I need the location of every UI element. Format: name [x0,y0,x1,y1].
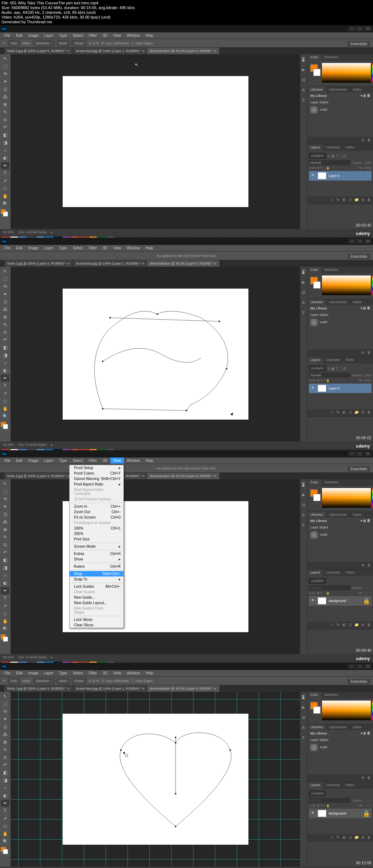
properties-icon[interactable]: ⊟ [301,78,306,83]
zoom-level[interactable]: 33.33% [3,230,14,234]
brush-tool[interactable]: ✎ [1,108,9,116]
make-mask[interactable]: Mask [57,40,70,46]
workspace-switcher[interactable]: Essentials [348,41,370,47]
type-tool[interactable]: T [1,170,9,177]
workspace-switcher[interactable]: Essentials [348,254,370,259]
menu-layer[interactable]: Layer [41,245,56,251]
adjustments-tab[interactable]: Adjustments [326,87,350,92]
view-menu-100-[interactable]: 100%Ctrl+1 [70,526,123,531]
view-menu-new-guide-layout-[interactable]: New Guide Layout... [70,600,123,606]
dodge-tool[interactable]: ◐ [1,154,9,162]
view-menu-print-size[interactable]: Print Size [70,536,123,542]
close-button[interactable]: ✕ [364,26,372,31]
layer-0[interactable]: 👁 Layer 0 [309,171,372,181]
menu-select[interactable]: Select [70,245,86,251]
pen-tool[interactable]: ✒ [1,374,9,382]
menu-file[interactable]: File [1,245,13,251]
view-menu-fit-on-screen[interactable]: Fit on ScreenCtrl+0 [70,515,123,520]
canvas-area[interactable]: ↖ [11,54,300,229]
color-picker[interactable] [1,422,8,429]
heal-tool[interactable]: ⊕ [1,101,9,108]
menu-layer[interactable]: Layer [41,32,56,39]
shape-tool[interactable]: □ [1,185,9,192]
canvas-area[interactable] [11,267,300,441]
view-menu-proof-colors[interactable]: Proof ColorsCtrl+Y [70,471,123,476]
styles-tab[interactable]: Styles [350,87,365,92]
menu-edit[interactable]: Edit [13,245,25,251]
wand-tool[interactable]: ✦ [1,78,9,85]
hand-tool[interactable]: ✋ [1,193,9,200]
layer-0[interactable]: 👁Layer 0 [309,384,372,393]
tab-birds[interactable]: birds-2.jpg @ 200% (Layer 9, RGB/8#) *× [4,260,72,267]
view-menu-zoom-out[interactable]: Zoom OutCtrl+- [70,509,123,515]
tab-bear[interactable]: brown-bear.jpg @ 149% (Layer 1, RGB/8#) … [73,260,146,267]
menu-filter[interactable]: Filter [86,32,100,39]
view-menu-extras[interactable]: ExtrasCtrl+H [70,551,123,556]
stamp-tool[interactable]: ⊙ [1,116,9,123]
menu-help[interactable]: Help [143,245,156,251]
history-tool[interactable]: ↶ [1,124,9,131]
view-menu-pixel-aspect-ratio[interactable]: Pixel Aspect Ratio▸ [70,481,123,487]
maximize-button[interactable]: □ [356,239,364,244]
background-layer[interactable]: 👁Background🔒 [309,809,372,818]
path-sel-tool[interactable]: ↗ [1,177,9,185]
menu-window[interactable]: Window [124,245,143,251]
menu-filter[interactable]: Filter [86,245,100,251]
channels-tab[interactable]: Channels [323,144,343,151]
tab-demo[interactable]: demonstration @ 33.3% (Layer 0, RGB/8) *… [147,260,219,267]
blend-mode[interactable]: Normal [309,160,350,165]
auto-add-delete[interactable]: ☑ Auto Add/Delete [101,41,129,45]
history-icon[interactable]: ⌛ [301,57,306,62]
menu-type[interactable]: Type [56,245,70,251]
view-menu-zoom-in[interactable]: Zoom InCtrl++ [70,504,123,509]
tab-demo[interactable]: demonstration @ 33.3% (Layer 0, RGB/8) *… [147,48,219,54]
paragraph-icon[interactable]: ¶ [301,98,306,103]
minimize-button[interactable]: ─ [348,239,356,244]
view-menu-new-guide-[interactable]: New Guide... [70,595,123,600]
make-shape[interactable]: Shape [72,40,86,46]
view-menu-show[interactable]: Show▸ [70,556,123,562]
path-mode[interactable]: Path [8,40,20,46]
zoom-tool[interactable]: 🔍 [1,200,9,207]
eyedropper-tool[interactable]: ⁂ [1,93,9,100]
tab-bear[interactable]: brown-bear.jpg @ 149% (Layer 1, RGB/8#) … [73,48,146,54]
view-menu-lock-guides[interactable]: Lock GuidesAlt+Ctrl+; [70,584,123,589]
gradient-tool[interactable]: ◨ [1,139,9,146]
menu-window[interactable]: Window [124,32,143,39]
marquee-tool[interactable]: ⬚ [1,63,9,70]
visibility-icon[interactable]: 👁 [310,173,315,178]
align-edges[interactable]: ☐ Align Edges [131,41,153,45]
menu-view-open[interactable]: View [110,457,124,464]
move-tool[interactable]: ↖ [1,267,9,275]
maximize-button[interactable]: □ [356,26,364,31]
paths-tab[interactable]: Paths [343,144,357,151]
libraries-tab[interactable]: Libraries [307,87,326,92]
menu-image[interactable]: Image [25,245,41,251]
lasso-tool[interactable]: ⟲ [1,70,9,78]
layers-tab[interactable]: Layers [307,144,323,151]
menu-select[interactable]: Select [70,32,86,39]
blur-tool[interactable]: ○ [1,147,9,154]
color-spectrum[interactable] [322,63,371,83]
view-menu-snap[interactable]: SnapShift+Ctrl+; [70,571,123,576]
color-tab[interactable]: Color [307,54,321,61]
menu-edit[interactable]: Edit [13,32,25,39]
menu-3d[interactable]: 3D [100,32,110,39]
view-menu-screen-mode[interactable]: Screen Mode▸ [70,544,123,549]
view-menu-proof-setup[interactable]: Proof Setup▸ [70,465,123,471]
menu-file[interactable]: File [1,32,13,39]
menu-type[interactable]: Type [56,32,70,39]
menu-image[interactable]: Image [25,32,41,39]
tab-birds[interactable]: birds-2.jpg @ 200% (Layer 9, RGB/8#) *× [4,48,72,54]
crop-tool[interactable]: ⌸ [1,86,9,93]
make-selection[interactable]: Selection... [33,40,55,46]
view-menu-200-[interactable]: 200% [70,531,123,536]
menu-view[interactable]: View [110,245,124,251]
background-layer[interactable]: 👁Background🔒 [309,596,372,606]
pen-tool[interactable]: ✒ [1,162,9,169]
view-menu-rulers[interactable]: RulersCtrl+R [70,564,123,569]
menu-help[interactable]: Help [143,32,156,39]
character-icon[interactable]: A [301,88,306,93]
view-menu-clear-slices[interactable]: Clear Slices [70,622,123,628]
view-menu-snap-to[interactable]: Snap To▸ [70,576,123,582]
